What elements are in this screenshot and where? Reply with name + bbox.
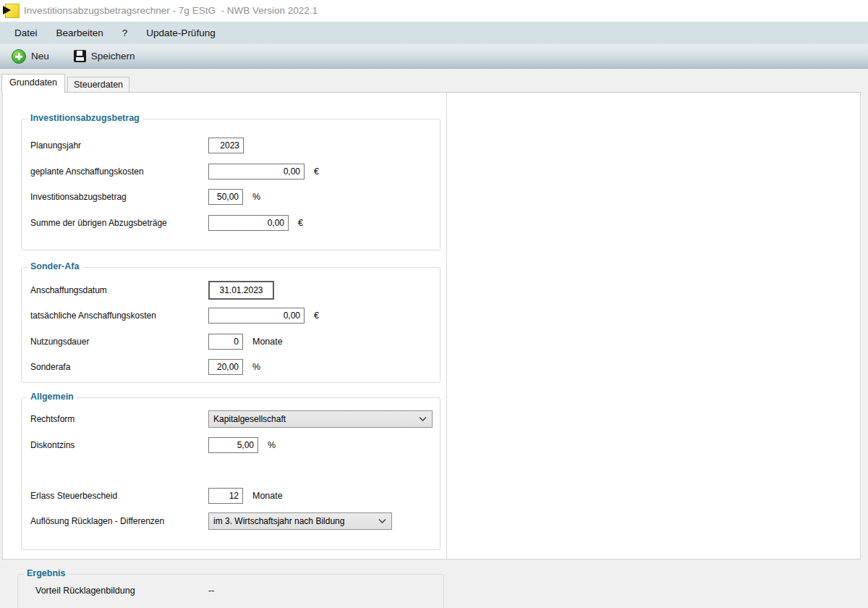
tab-strip: Grunddaten Steuerdaten [0, 69, 868, 92]
field-row: Planungsjahr [30, 137, 435, 153]
erlass-steuerbescheid-input[interactable] [208, 488, 243, 504]
tab-steuerdaten[interactable]: Steuerdaten [67, 77, 129, 92]
app-window: Investitionsabzugsbetragsrechner - 7g ES… [0, 0, 868, 608]
field-row: geplante Anschaffungskosten € [30, 163, 435, 180]
field-label: Anschaffungsdatum [30, 285, 208, 295]
tatsaechliche-anschaffungskosten-input[interactable] [208, 308, 305, 324]
field-row: Erlass Steuerbescheid Monate [30, 487, 435, 504]
aufloesung-ruecklagen-select[interactable]: im 3. Wirtschaftsjahr nach Bildung [208, 512, 392, 530]
field-row: Anschaffungsdatum [30, 280, 435, 300]
field-label: Summe der übrigen Abzugsbeträge [30, 218, 208, 228]
field-label: geplante Anschaffungskosten [30, 166, 208, 177]
chevron-down-icon [378, 518, 387, 524]
field-row: tatsächliche Anschaffungskosten € [30, 307, 435, 324]
group-title: Allgemein [27, 392, 77, 402]
sonderafa-input[interactable] [208, 359, 243, 375]
aufloesung-selected-value: im 3. Wirtschaftsjahr nach Bildung [213, 516, 375, 526]
toolbar: Neu Speichern [0, 44, 868, 69]
field-row: Sonderafa % [30, 358, 435, 375]
field-label: tatsächliche Anschaffungskosten [30, 311, 208, 321]
field-label: Erlass Steuerbescheid [30, 491, 208, 501]
rechtsform-select[interactable]: Kapitalgesellschaft [208, 410, 433, 428]
save-icon [74, 50, 86, 62]
result-value: -- [208, 586, 214, 596]
diskontzins-input[interactable] [208, 437, 258, 453]
field-label: Rechtsform [30, 414, 208, 424]
anschaffungsdatum-input[interactable] [208, 281, 274, 300]
monate-suffix: Monate [252, 337, 283, 347]
field-label: Auflösung Rücklagen - Differenzen [30, 516, 208, 526]
app-icon [5, 4, 20, 18]
menu-item-update-pruefung[interactable]: Update-Prüfung [146, 28, 215, 38]
percent-suffix: % [268, 440, 276, 450]
monate-suffix: Monate [252, 491, 283, 501]
planungsjahr-input[interactable] [208, 138, 244, 153]
group-sonder-afa: Sonder-Afa Anschaffungsdatum tatsächlich… [21, 267, 441, 383]
field-label: Sonderafa [30, 362, 208, 372]
group-title: Investitionsabzugsbetrag [27, 113, 142, 123]
field-label: Diskontzins [30, 440, 208, 450]
neu-button[interactable]: Neu [9, 47, 55, 66]
result-label: Vorteil Rücklagenbildung [35, 586, 208, 596]
investitionsabzugsbetrag-input[interactable] [208, 189, 243, 205]
field-label: Investitionsabzugsbetrag [30, 192, 208, 202]
menu-item-help[interactable]: ? [122, 28, 128, 38]
field-row: Summe der übrigen Abzugsbeträge € [30, 214, 435, 231]
group-ergebnis: Ergebnis Vorteil Rücklagenbildung -- [17, 574, 444, 608]
group-allgemein: Allgemein Rechtsform Kapitalgesellschaft… [21, 397, 441, 550]
speichern-button-label: Speichern [91, 51, 135, 62]
field-row: Diskontzins % [30, 436, 435, 453]
add-icon [12, 49, 26, 64]
summe-abzugsbetraege-input[interactable] [208, 215, 289, 231]
grunddaten-tab-page: Investitionsabzugsbetrag Planungsjahr ge… [2, 92, 861, 560]
menu-item-datei[interactable]: Datei [14, 28, 38, 38]
neu-button-label: Neu [31, 51, 49, 62]
result-row: Vorteil Rücklagenbildung -- [35, 586, 214, 596]
rechtsform-selected-value: Kapitalgesellschaft [213, 414, 415, 424]
menu-item-bearbeiten[interactable]: Bearbeiten [56, 28, 103, 38]
menu-bar: Datei Bearbeiten ? Update-Prüfung [0, 22, 868, 44]
window-title: Investitionsabzugsbetragsrechner - 7g ES… [24, 5, 318, 16]
group-title: Sonder-Afa [27, 261, 82, 271]
nutzungsdauer-input[interactable] [208, 334, 243, 350]
geplante-anschaffungskosten-input[interactable] [208, 164, 305, 180]
field-label: Nutzungsdauer [30, 337, 208, 347]
group-title: Ergebnis [24, 568, 69, 578]
chevron-down-icon [418, 416, 427, 422]
field-row: Nutzungsdauer Monate [30, 333, 435, 350]
app-icon-fold [3, 6, 11, 14]
group-investitionsabzugsbetrag: Investitionsabzugsbetrag Planungsjahr ge… [21, 119, 441, 250]
field-row: Rechtsform Kapitalgesellschaft [30, 410, 435, 428]
field-label: Planungsjahr [30, 140, 208, 151]
inner-panel-divider [446, 93, 447, 559]
euro-suffix: € [314, 311, 319, 321]
title-bar: Investitionsabzugsbetragsrechner - 7g ES… [0, 0, 868, 22]
field-row: Auflösung Rücklagen - Differenzen im 3. … [30, 512, 435, 530]
speichern-button[interactable]: Speichern [71, 48, 141, 64]
percent-suffix: % [252, 192, 260, 202]
field-row: Investitionsabzugsbetrag % [30, 188, 435, 205]
euro-suffix: € [314, 166, 319, 177]
percent-suffix: % [252, 362, 260, 372]
euro-suffix: € [298, 218, 303, 228]
tab-grunddaten[interactable]: Grunddaten [1, 74, 65, 93]
